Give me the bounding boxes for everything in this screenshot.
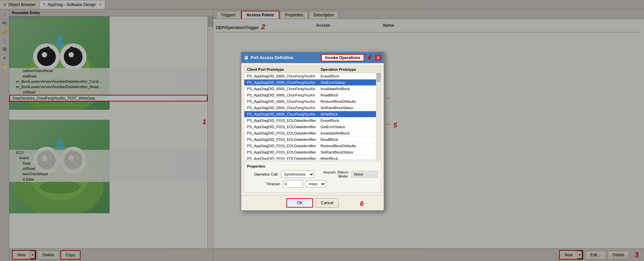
modal-list-cell2-5: SetRamBlockStatus (320, 106, 375, 110)
modal-list-cell2-10: ReadBlock (320, 138, 375, 142)
modal-scroll-thumb[interactable] (377, 73, 381, 82)
modal-scrollbar[interactable] (376, 73, 381, 160)
modal-list-cell2-1: GetErrorStatus (320, 80, 375, 84)
modal-close-button[interactable]: ✕ (375, 55, 381, 61)
modal-list-item-0[interactable]: PS_AppDiagDID_6666_ChunFengYouXinEraseBl… (244, 73, 381, 79)
modal-list-cell1-11: PS_AppDiagDID_F010_EOLDataIdentifier (247, 144, 320, 148)
operation-call-select[interactable]: Synchronous Asynchronous (281, 171, 314, 178)
modal-list-cell1-2: PS_AppDiagDID_6666_ChunFengYouXin (247, 87, 320, 91)
modal-list-cell2-7: EraseBlock (320, 118, 375, 122)
port-access-modal: 🖥 Port Access Definition Invoke Operatio… (241, 52, 384, 211)
modal-list-item-5[interactable]: PS_AppDiagDID_6666_ChunFengYouXinSetRamB… (244, 105, 381, 111)
modal-list-cell2-12: SetRamBlockStatus (320, 150, 375, 154)
asynch-return-value: None (351, 171, 378, 178)
timeout-unit-select[interactable]: msec sec (306, 180, 326, 188)
watermark: CSDN @&春风有信 (609, 255, 641, 260)
modal-list-item-10[interactable]: PS_AppDiagDID_F010_EOLDataIdentifierRead… (244, 137, 381, 143)
timeout-label: Timeout: (247, 182, 280, 186)
modal-list-item-12[interactable]: PS_AppDiagDID_F010_EOLDataIdentifierSetR… (244, 149, 381, 156)
modal-list[interactable]: PS_AppDiagDID_6666_ChunFengYouXinEraseBl… (244, 73, 381, 160)
modal-list-cell1-0: PS_AppDiagDID_6666_ChunFengYouXin (247, 74, 320, 78)
modal-body: Client Port Prototype Operation Prototyp… (241, 63, 384, 195)
modal-list-cell2-11: RestoreBlockDefaults (320, 144, 375, 148)
operation-call-label: Operation Call: (247, 172, 278, 176)
modal-ok-button[interactable]: OK (286, 198, 313, 208)
modal-table-header: Client Port Prototype Operation Prototyp… (244, 66, 381, 73)
modal-titlebar: 🖥 Port Access Definition Invoke Operatio… (241, 52, 384, 63)
modal-footer: OK Cancel 6 (241, 195, 384, 210)
modal-invoke-tab[interactable]: Invoke Operations (321, 54, 364, 61)
modal-properties: Properties Operation Call: Synchronous A… (244, 161, 381, 193)
modal-list-cell2-8: GetErrorStatus (320, 125, 375, 129)
modal-list-cell1-13: PS_AppDiagDID_F010_EOLDataIdentifier (247, 157, 320, 160)
modal-list-cell2-6: WriteBlock (320, 112, 375, 116)
modal-list-cell1-7: PS_AppDiagDID_F010_EOLDataIdentifier (247, 118, 320, 122)
modal-list-item-13[interactable]: PS_AppDiagDID_F010_EOLDataIdentifierWrit… (244, 156, 381, 160)
modal-cancel-button[interactable]: Cancel (316, 198, 338, 208)
modal-list-items: PS_AppDiagDID_6666_ChunFengYouXinEraseBl… (244, 73, 381, 160)
modal-list-cell1-10: PS_AppDiagDID_F010_EOLDataIdentifier (247, 138, 320, 142)
modal-props-row-1: Operation Call: Synchronous Asynchronous… (247, 170, 378, 178)
modal-list-cell2-9: InvalidateNvBlock (320, 131, 375, 135)
modal-invoke-label: Invoke Operations (325, 55, 360, 60)
timeout-input[interactable] (283, 180, 303, 188)
annotation-badge-6: 6 (360, 200, 364, 208)
annotation-badge-4: 4 (368, 54, 371, 61)
modal-title-icon: 🖥 (244, 55, 249, 60)
modal-props-row-2: Timeout: msec sec (247, 180, 378, 188)
modal-list-item-8[interactable]: PS_AppDiagDID_F010_EOLDataIdentifierGetE… (244, 124, 381, 130)
modal-list-item-3[interactable]: PS_AppDiagDID_6666_ChunFengYouXinReadBlo… (244, 92, 381, 98)
modal-list-cell2-2: InvalidateNvBlock (320, 87, 375, 91)
modal-list-cell1-12: PS_AppDiagDID_F010_EOLDataIdentifier (247, 150, 320, 154)
modal-list-cell1-5: PS_AppDiagDID_6666_ChunFengYouXin (247, 106, 320, 110)
modal-list-cell1-9: PS_AppDiagDID_F010_EOLDataIdentifier (247, 131, 320, 135)
modal-list-item-4[interactable]: PS_AppDiagDID_6666_ChunFengYouXinRestore… (244, 98, 381, 105)
modal-list-cell2-3: ReadBlock (320, 93, 375, 97)
modal-list-item-2[interactable]: PS_AppDiagDID_6666_ChunFengYouXinInvalid… (244, 86, 381, 92)
modal-list-item-7[interactable]: PS_AppDiagDID_F010_EOLDataIdentifierEras… (244, 117, 381, 124)
modal-list-cell1-3: PS_AppDiagDID_6666_ChunFengYouXin (247, 93, 320, 97)
asynch-return-label: Asynch. Return Mode: (317, 170, 349, 178)
modal-list-cell2-4: RestoreBlockDefaults (320, 99, 375, 103)
modal-overlay: 🖥 Port Access Definition Invoke Operatio… (0, 0, 644, 261)
modal-list-cell2-13: WriteBlock (320, 157, 375, 160)
modal-col1-header: Client Port Prototype (247, 67, 320, 71)
modal-list-cell1-1: PS_AppDiagDID_6666_ChunFengYouXin (247, 80, 320, 84)
modal-props-title: Properties (247, 164, 378, 168)
modal-col2-header: Operation Prototype (320, 67, 378, 71)
annotation-badge-5: 5 (393, 121, 397, 129)
arrow-selected-row2: → (385, 121, 391, 128)
modal-list-cell1-6: PS_AppDiagDID_6666_ChunFengYouXin (247, 112, 320, 116)
modal-list-item-6[interactable]: PS_AppDiagDID_6666_ChunFengYouXinWriteBl… (244, 111, 381, 117)
modal-list-item-1[interactable]: PS_AppDiagDID_6666_ChunFengYouXinGetErro… (244, 79, 381, 86)
modal-list-cell1-4: PS_AppDiagDID_6666_ChunFengYouXin (247, 99, 320, 103)
modal-list-cell1-8: PS_AppDiagDID_F010_EOLDataIdentifier (247, 125, 320, 129)
modal-list-cell2-0: EraseBlock (320, 74, 375, 78)
arrow-selected-row1: → (385, 95, 391, 102)
modal-title-text: Port Access Definition (251, 55, 319, 60)
modal-list-item-9[interactable]: PS_AppDiagDID_F010_EOLDataIdentifierInva… (244, 130, 381, 137)
modal-list-item-11[interactable]: PS_AppDiagDID_F010_EOLDataIdentifierRest… (244, 143, 381, 149)
